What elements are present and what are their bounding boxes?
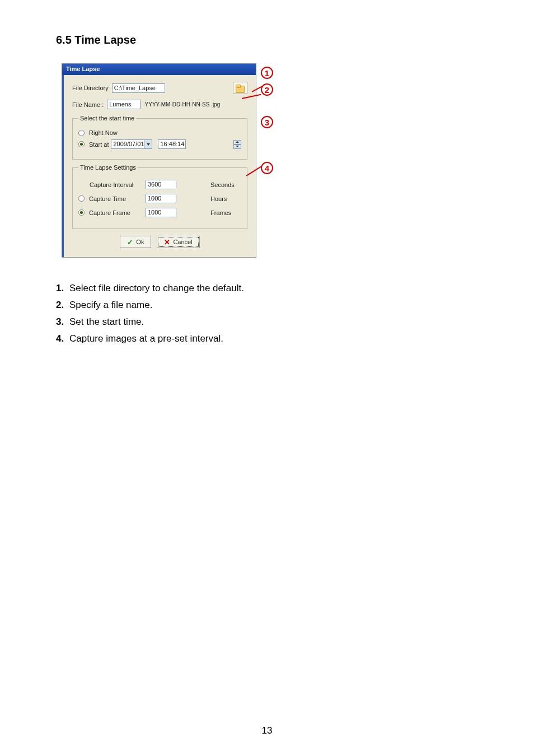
settings-group: Time Lapse Settings Capture Interval 360… <box>72 164 247 229</box>
radio-icon[interactable] <box>78 195 85 202</box>
instructions-list: 1.Select file directory to change the de… <box>56 283 478 344</box>
list-item: 2.Specify a file name. <box>56 300 478 311</box>
capture-frame-label: Capture Frame <box>89 209 130 216</box>
right-now-label: Right Now <box>89 129 118 136</box>
capture-frame-unit: Frames <box>210 209 241 216</box>
radio-right-now[interactable]: Right Now <box>78 129 241 136</box>
capture-interval-unit: Seconds <box>210 181 241 188</box>
page-number: 13 <box>0 725 534 736</box>
file-name-row: File Name : Lumens -YYYY-MM-DD-HH-NN-SS … <box>72 100 247 109</box>
time-spinner[interactable] <box>233 140 241 149</box>
browse-folder-button[interactable] <box>233 82 247 94</box>
time-lapse-dialog: Time Lapse File Directory C:\Time_Lapse … <box>62 63 256 258</box>
file-directory-input[interactable]: C:\Time_Lapse <box>112 83 165 93</box>
capture-time-input[interactable]: 1000 <box>146 194 176 203</box>
capture-time-label: Capture Time <box>89 195 126 202</box>
time-input[interactable]: 16:48:14 <box>158 139 186 149</box>
capture-frame-row: Capture Frame 1000 Frames <box>78 208 241 217</box>
capture-interval-label: Capture Interval <box>90 181 133 188</box>
file-directory-label: File Directory <box>72 85 109 91</box>
start-time-legend: Select the start time <box>78 115 136 122</box>
callout-badge: 2 <box>261 83 273 96</box>
capture-time-unit: Hours <box>210 195 241 202</box>
date-dropdown[interactable]: 2009/07/01 <box>111 139 152 149</box>
callout-badge: 3 <box>261 116 273 128</box>
folder-icon <box>236 85 245 92</box>
check-icon: ✓ <box>127 238 133 246</box>
capture-frame-input[interactable]: 1000 <box>146 208 176 217</box>
settings-legend: Time Lapse Settings <box>78 164 138 171</box>
radio-icon <box>78 141 85 147</box>
capture-time-row: Capture Time 1000 Hours <box>78 194 241 203</box>
file-name-input[interactable]: Lumens <box>107 100 140 109</box>
file-directory-row: File Directory C:\Time_Lapse <box>72 82 247 94</box>
close-icon: ✕ <box>164 238 170 246</box>
dialog-wrapper: Time Lapse File Directory C:\Time_Lapse … <box>62 63 280 258</box>
file-name-label: File Name : <box>72 101 104 108</box>
cancel-button[interactable]: ✕ Cancel <box>157 236 199 248</box>
dialog-titlebar: Time Lapse <box>62 64 256 75</box>
date-value: 2009/07/01 <box>111 140 144 148</box>
file-name-suffix: -YYYY-MM-DD-HH-NN-SS .jpg <box>143 101 220 108</box>
capture-interval-row: Capture Interval 3600 Seconds <box>78 180 241 189</box>
spinner-down-icon <box>233 144 241 149</box>
cancel-label: Cancel <box>173 239 192 245</box>
radio-icon[interactable] <box>78 209 85 216</box>
start-time-group: Select the start time Right Now Start at… <box>72 115 247 160</box>
chevron-down-icon <box>144 140 152 148</box>
list-item: 1.Select file directory to change the de… <box>56 283 478 294</box>
radio-start-at[interactable]: Start at 2009/07/01 16:48:14 <box>78 139 241 149</box>
spinner-up-icon <box>233 140 241 144</box>
callout-badge: 1 <box>261 67 273 79</box>
radio-icon <box>78 130 85 136</box>
callout-badge: 4 <box>261 162 273 174</box>
capture-interval-input[interactable]: 3600 <box>146 180 176 189</box>
button-row: ✓ Ok ✕ Cancel <box>72 234 247 251</box>
list-item: 3.Set the start time. <box>56 316 478 328</box>
ok-label: Ok <box>136 239 144 245</box>
list-item: 4.Capture images at a pre-set interval. <box>56 333 478 344</box>
ok-button[interactable]: ✓ Ok <box>120 236 151 248</box>
section-heading: 6.5 Time Lapse <box>56 34 478 46</box>
start-at-label: Start at <box>89 141 109 148</box>
